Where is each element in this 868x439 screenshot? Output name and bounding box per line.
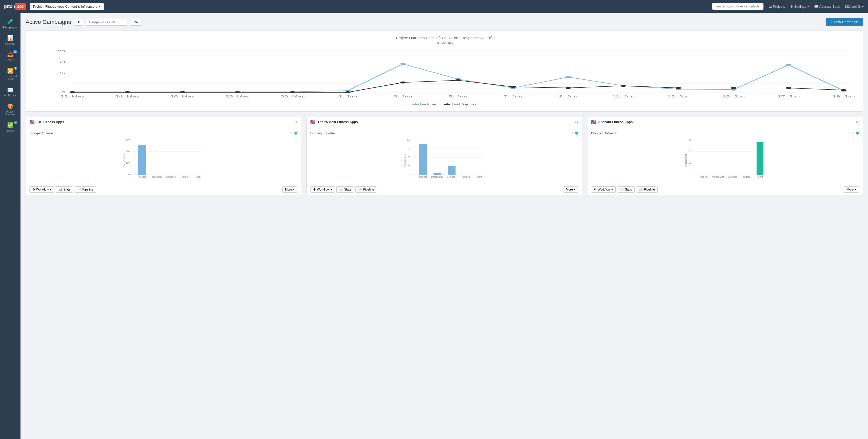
- workflow-dropdown-icon-ios: ▾: [50, 188, 51, 191]
- legend-responses-line: [444, 104, 451, 105]
- unmatched-icon: 🔀: [7, 68, 13, 74]
- svg-point-38: [841, 89, 846, 91]
- filter-button[interactable]: ▼: [74, 19, 83, 26]
- bar-chart-25best: 200 150 100 50 0 Opportunities: [310, 138, 578, 178]
- svg-text:9. Jun: 9. Jun: [559, 95, 578, 98]
- workflow-button-ios[interactable]: ⚙ Workflow ▾: [29, 186, 54, 193]
- svg-text:200: 200: [407, 139, 410, 141]
- legend-responses-label: Email Responses: [452, 103, 476, 106]
- sidebar-item-inbox[interactable]: 📥 71 Inbox: [0, 48, 21, 65]
- svg-point-29: [345, 91, 351, 93]
- svg-text:Outbox: Outbox: [743, 176, 751, 178]
- svg-rect-83: [419, 144, 427, 175]
- workflow-icon-25best: ⚙: [313, 188, 316, 191]
- workflow-button-android[interactable]: ⚙ Workflow ▾: [591, 186, 616, 193]
- user-dropdown-icon: ▾: [862, 5, 864, 8]
- svg-text:Personalize: Personalize: [150, 176, 162, 178]
- status-dot-ios: [294, 131, 298, 135]
- sidebar-label-all-emails: All Emails: [4, 94, 17, 97]
- pipeline-button-25best[interactable]: 📈 Pipeline: [355, 186, 377, 193]
- card-header-android: 🇺🇸 Android Fitness Apps ⚙: [587, 117, 863, 127]
- tasks-icon: ✅: [7, 122, 13, 128]
- sidebar-item-pipeline[interactable]: 📊 Pipeline: [0, 32, 21, 48]
- sidebar-item-unmatched[interactable]: 🔀 0 UnmatchedEmails: [0, 65, 21, 84]
- svg-point-37: [786, 87, 792, 89]
- projects-icon: 🗂: [769, 5, 772, 8]
- workflow-dropdown-icon-25best: ▾: [331, 188, 332, 191]
- more-button-25best[interactable]: More ▾: [563, 186, 578, 193]
- svg-text:13. Jun: 13. Jun: [667, 95, 690, 98]
- svg-text:Compose: Compose: [727, 176, 738, 178]
- more-button-android[interactable]: More ▾: [844, 186, 859, 193]
- nav-settings-link[interactable]: ⚙ Settings ▾: [790, 5, 809, 8]
- sidebar-item-all-emails[interactable]: ✉️ All Emails: [0, 84, 21, 100]
- svg-point-22: [786, 64, 792, 66]
- sidebar-item-project-overview[interactable]: 🎨 ProjectOverview: [0, 100, 21, 119]
- card-header-ios: 🇺🇸 iOS Fitness Apps ⚙: [26, 117, 301, 127]
- workflow-icon-android: ⚙: [594, 188, 597, 191]
- pipeline-button-android[interactable]: 📈 Pipeline: [636, 186, 658, 193]
- project-selector[interactable]: Project: Fitness Apps Content & Influenc…: [30, 3, 104, 10]
- nav-address-book-link[interactable]: 📖 Address Book: [814, 5, 840, 8]
- hamburger-icon-ios[interactable]: ≡: [290, 131, 292, 136]
- logo-pitch: pitch: [4, 4, 15, 9]
- tasks-badge: 0: [14, 121, 18, 124]
- svg-point-24: [70, 91, 75, 93]
- new-campaign-button[interactable]: + New Campaign: [826, 18, 863, 26]
- svg-point-32: [510, 86, 516, 88]
- campaign-search-input[interactable]: [86, 19, 127, 26]
- sidebar-item-tasks[interactable]: ✅ 0 Tasks: [0, 119, 21, 136]
- global-search-input[interactable]: [712, 3, 764, 10]
- more-button-ios[interactable]: More ▾: [282, 186, 298, 193]
- campaign-card-android: 🇺🇸 Android Fitness Apps ⚙ Blogger Outrea…: [587, 117, 863, 195]
- sidebar: 🧪 Campaigns 📊 Pipeline 📥 71 Inbox 🔀 0 Un…: [0, 13, 21, 439]
- legend-responses: Email Responses: [444, 103, 476, 106]
- gear-icon-ios[interactable]: ⚙: [294, 120, 298, 124]
- main-content: Active Campaigns ▼ Go + New Campaign Pro…: [21, 13, 868, 439]
- go-button[interactable]: Go: [130, 19, 141, 26]
- card-title-ios: iOS Fitness Apps: [37, 120, 292, 124]
- logo-box: box: [15, 3, 26, 10]
- all-emails-icon: ✉️: [7, 87, 13, 93]
- svg-text:150: 150: [407, 147, 410, 150]
- stats-button-ios[interactable]: 📊 Stats: [56, 186, 73, 193]
- svg-text:Inspect: Inspect: [700, 176, 708, 178]
- svg-rect-85: [448, 166, 456, 175]
- filter-icon: ▼: [77, 20, 80, 24]
- nav-projects-link[interactable]: 🗂 Projects: [769, 5, 785, 8]
- svg-text:30. May: 30. May: [281, 95, 305, 98]
- bar-inspect-ios: [138, 145, 146, 175]
- sidebar-item-campaigns[interactable]: 🧪 Campaigns: [0, 16, 21, 32]
- svg-text:28. May: 28. May: [225, 95, 250, 98]
- svg-text:Personalize: Personalize: [712, 176, 724, 178]
- svg-rect-106: [756, 142, 764, 175]
- dropdown-arrow-icon: ▾: [99, 5, 101, 8]
- stats-button-android[interactable]: 📊 Stats: [617, 186, 634, 193]
- svg-text:Sent: Sent: [196, 176, 202, 178]
- svg-text:1. Jun: 1. Jun: [338, 95, 357, 98]
- svg-text:Sent: Sent: [477, 176, 482, 178]
- svg-text:Personalize: Personalize: [431, 176, 443, 178]
- sidebar-label-pipeline: Pipeline: [5, 42, 15, 45]
- bar-chart-svg-android: 30 20 10 0 Opportunities: [591, 138, 859, 178]
- svg-text:Opportunities: Opportunities: [123, 154, 126, 168]
- bar-chart-svg-25best: 200 150 100 50 0 Opportunities: [310, 138, 578, 178]
- svg-point-28: [290, 91, 296, 93]
- hamburger-icon-android[interactable]: ≡: [851, 131, 854, 136]
- pipeline-button-ios[interactable]: 📈 Pipeline: [74, 186, 96, 193]
- workflow-button-25best[interactable]: ⚙ Workflow ▾: [310, 186, 335, 193]
- stats-icon-25best: 📊: [339, 188, 343, 191]
- hamburger-icon-25best[interactable]: ≡: [571, 131, 573, 136]
- svg-text:300: 300: [126, 139, 130, 141]
- gear-icon-android[interactable]: ⚙: [856, 120, 859, 124]
- svg-point-36: [731, 87, 736, 89]
- stats-button-25best[interactable]: 📊 Stats: [336, 186, 354, 193]
- svg-text:0: 0: [128, 173, 130, 176]
- address-book-icon: 📖: [814, 5, 818, 8]
- svg-text:25: 25: [57, 71, 66, 75]
- nav-user-menu[interactable]: Michael G. ▾: [845, 5, 864, 8]
- sidebar-label-unmatched: UnmatchedEmails: [4, 75, 17, 81]
- gear-icon-25best[interactable]: ⚙: [575, 120, 578, 124]
- more-dropdown-icon-android: ▾: [855, 188, 856, 191]
- svg-text:50: 50: [408, 164, 410, 167]
